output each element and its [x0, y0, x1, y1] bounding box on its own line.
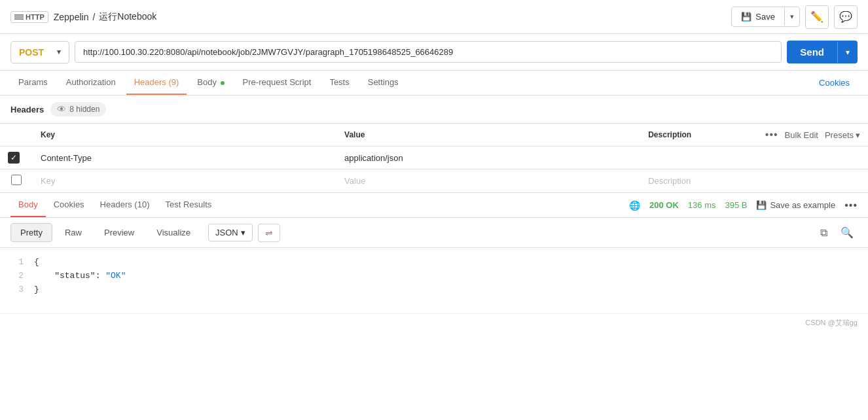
edit-icon: ✏️	[810, 10, 823, 23]
response-time: 136 ms	[688, 200, 716, 210]
top-bar-right: 💾 Save ▾ ✏️ 💬	[731, 5, 858, 29]
empty-table-row: Key Value Description	[0, 169, 868, 193]
view-tab-raw[interactable]: Raw	[55, 223, 92, 242]
code-value: "OK"	[105, 271, 126, 281]
app-name: Zeppelin	[54, 12, 89, 22]
tab-tests[interactable]: Tests	[321, 71, 357, 95]
presets-chevron-icon: ▾	[856, 130, 860, 140]
line-content-3: }	[34, 283, 39, 297]
send-button[interactable]: Send	[787, 41, 837, 63]
presets-button[interactable]: Presets ▾	[825, 130, 860, 140]
tabs-right: Cookies	[811, 78, 858, 88]
tab-body-label: Body	[197, 77, 217, 87]
table-actions: ••• Bulk Edit Presets ▾	[758, 129, 860, 141]
empty-key-cell[interactable]: Key	[33, 169, 336, 193]
line-content-1: {	[34, 256, 39, 270]
format-chevron-icon: ▾	[241, 228, 245, 237]
save-chevron-button[interactable]: ▾	[784, 8, 799, 26]
bulk-edit-button[interactable]: Bulk Edit	[785, 130, 818, 140]
empty-description-cell[interactable]: Description	[640, 169, 750, 193]
view-tab-pretty[interactable]: Pretty	[10, 223, 52, 242]
empty-description-placeholder: Description	[648, 176, 691, 186]
hidden-headers-badge[interactable]: 👁 8 hidden	[50, 102, 106, 116]
method-chevron-icon: ▾	[57, 48, 61, 56]
http-badge-text: HTTP	[26, 13, 45, 21]
empty-actions-cell	[750, 169, 868, 193]
wrap-button[interactable]: ⇌	[258, 224, 280, 242]
tab-cookies[interactable]: Cookies	[811, 71, 858, 96]
comment-icon: 💬	[839, 10, 852, 23]
save-example-label: Save as example	[770, 200, 835, 210]
response-tabs: Body Cookies Headers (10) Test Results 🌐…	[0, 193, 868, 218]
headers-section-label: Headers	[10, 105, 44, 114]
send-button-group: Send ▾	[787, 41, 858, 63]
tab-pre-request[interactable]: Pre-request Script	[235, 71, 319, 95]
line-num-3: 3	[10, 283, 24, 297]
save-example-icon: 💾	[756, 200, 767, 210]
tab-authorization[interactable]: Authorization	[58, 71, 124, 95]
tab-body[interactable]: Body	[189, 71, 232, 95]
edit-button[interactable]: ✏️	[805, 5, 829, 29]
save-label: Save	[755, 12, 775, 22]
method-select[interactable]: POST ▾	[10, 41, 69, 63]
view-tab-preview[interactable]: Preview	[94, 223, 144, 242]
url-input[interactable]	[75, 41, 782, 63]
empty-value-placeholder: Value	[344, 176, 365, 186]
breadcrumb: Zeppelin / 运行Notebook	[54, 11, 157, 23]
tab-params[interactable]: Params	[10, 71, 56, 95]
footer-text: CSDN @艾瑞gg	[805, 319, 858, 326]
comment-button[interactable]: 💬	[834, 5, 858, 29]
col-value: Value	[336, 124, 640, 147]
breadcrumb-separator: /	[92, 12, 95, 22]
code-line-1: 1 {	[10, 256, 858, 270]
format-label: JSON	[215, 228, 238, 237]
empty-key-placeholder: Key	[41, 176, 55, 186]
search-button[interactable]: 🔍	[837, 224, 858, 241]
row-checkbox[interactable]: ✓	[8, 152, 20, 164]
code-line-3: 3 }	[10, 283, 858, 297]
code-line-2: 2 "status": "OK"	[10, 270, 858, 283]
response-tab-cookies[interactable]: Cookies	[46, 193, 92, 217]
line-content-2: "status": "OK"	[34, 270, 126, 283]
empty-checkbox[interactable]	[11, 175, 22, 185]
save-button-group: 💾 Save ▾	[731, 7, 800, 27]
globe-icon: 🌐	[629, 200, 640, 211]
empty-check-cell	[0, 169, 33, 193]
row-description-cell[interactable]	[640, 147, 750, 169]
top-bar-left: HTTP Zeppelin / 运行Notebook	[10, 11, 156, 23]
hidden-count-label: 8 hidden	[69, 105, 99, 114]
method-label: POST	[19, 47, 44, 58]
table-dots-button[interactable]: •••	[765, 129, 778, 141]
response-size: 395 B	[725, 200, 747, 210]
response-tab-body[interactable]: Body	[10, 193, 46, 217]
body-dot-indicator	[221, 81, 225, 85]
presets-label: Presets	[825, 130, 854, 140]
send-chevron-button[interactable]: ▾	[837, 42, 858, 63]
response-tab-test-results[interactable]: Test Results	[157, 193, 219, 217]
col-description: Description	[640, 124, 750, 147]
tab-headers-count: (9)	[168, 77, 179, 87]
response-meta: 🌐 200 OK 136 ms 395 B 💾 Save as example …	[629, 200, 858, 211]
col-actions: ••• Bulk Edit Presets ▾	[750, 124, 868, 147]
empty-value-cell[interactable]: Value	[336, 169, 640, 193]
response-tab-headers[interactable]: Headers (10)	[92, 193, 158, 217]
col-check	[0, 124, 33, 147]
request-tabs: Params Authorization Headers (9) Body Pr…	[0, 71, 868, 96]
headers-table: Key Value Description ••• Bulk Edit Pres…	[0, 123, 868, 193]
line-num-2: 2	[10, 270, 24, 283]
view-actions: ⧉ 🔍	[816, 224, 858, 241]
response-more-button[interactable]: •••	[844, 200, 858, 211]
response-status: 200 OK	[649, 200, 679, 210]
view-tab-visualize[interactable]: Visualize	[147, 223, 200, 242]
row-key-cell[interactable]: Content-Type	[33, 147, 336, 169]
format-select[interactable]: JSON ▾	[208, 224, 253, 241]
tab-headers[interactable]: Headers (9)	[126, 71, 187, 95]
code-colon: :	[96, 271, 106, 281]
view-toolbar: Pretty Raw Preview Visualize JSON ▾ ⇌ ⧉ …	[0, 218, 868, 248]
row-value-cell[interactable]: application/json	[336, 147, 640, 169]
tab-settings[interactable]: Settings	[360, 71, 407, 95]
save-button[interactable]: 💾 Save	[732, 7, 784, 26]
copy-button[interactable]: ⧉	[816, 224, 831, 241]
eye-icon: 👁	[57, 104, 66, 114]
save-example-button[interactable]: 💾 Save as example	[756, 200, 835, 210]
